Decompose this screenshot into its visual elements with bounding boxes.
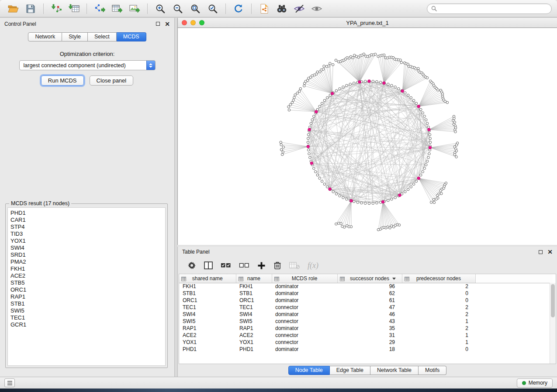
mcds-result-item[interactable]: ORC1 bbox=[10, 286, 163, 293]
eye-slash-icon bbox=[294, 4, 305, 14]
mcds-result-list[interactable]: PHD1CAR1STP4TID3YOX1SWI4SRD1PMA2FKH1ACE2… bbox=[7, 207, 166, 366]
mcds-result-item[interactable]: FKH1 bbox=[10, 265, 163, 272]
table-row[interactable]: YOX1YOX1connector291 bbox=[179, 339, 553, 346]
column-header-predecessor-nodes[interactable]: predecessor nodes bbox=[402, 274, 475, 283]
hide-graphics-details-button[interactable] bbox=[291, 2, 307, 15]
gear-icon bbox=[187, 261, 196, 270]
column-type-icon bbox=[239, 277, 243, 281]
show-graphics-details-button[interactable] bbox=[309, 2, 325, 15]
toolbar-separator bbox=[86, 3, 87, 14]
network-window-title: YPA_prune.txt_1 bbox=[178, 20, 557, 26]
mcds-result-item[interactable]: ACE2 bbox=[10, 272, 163, 279]
toolbar-separator bbox=[43, 3, 44, 14]
task-history-button[interactable] bbox=[4, 378, 15, 387]
show-columns-button[interactable] bbox=[204, 261, 213, 269]
criterion-dropdown[interactable]: largest connected component (undirected) bbox=[19, 60, 156, 70]
table-settings-button[interactable] bbox=[187, 261, 196, 270]
export-table-button[interactable] bbox=[109, 2, 125, 15]
table-scrollbar[interactable] bbox=[550, 283, 556, 364]
search-input[interactable] bbox=[439, 6, 547, 12]
table-row[interactable]: FKH1FKH1dominator962 bbox=[179, 283, 553, 290]
deselect-all-button[interactable] bbox=[239, 261, 249, 269]
network-view-window: YPA_prune.txt_1 bbox=[177, 18, 557, 245]
mcds-result-item[interactable]: TID3 bbox=[10, 230, 163, 237]
save-session-button[interactable] bbox=[23, 2, 38, 15]
column-header-filler bbox=[475, 274, 553, 283]
mcds-result-item[interactable]: PHD1 bbox=[10, 210, 163, 217]
table-row[interactable]: SWI4SWI4dominator462 bbox=[179, 311, 553, 318]
zoom-in-button[interactable] bbox=[152, 2, 168, 15]
close-table-panel-icon[interactable]: ✕ bbox=[547, 250, 553, 254]
tab-network[interactable]: Network bbox=[28, 32, 62, 41]
search-network-button[interactable] bbox=[274, 2, 290, 15]
status-bar: Memory bbox=[0, 377, 557, 389]
mcds-result-item[interactable]: TEC1 bbox=[10, 314, 163, 321]
table-row[interactable]: TEC1TEC1connector472 bbox=[179, 304, 553, 311]
zoom-fit-button[interactable] bbox=[187, 2, 203, 15]
open-folder-icon bbox=[8, 4, 19, 14]
sort-descending-icon[interactable] bbox=[392, 278, 396, 280]
main-toolbar bbox=[0, 0, 557, 17]
minimize-window-icon[interactable] bbox=[190, 20, 196, 25]
eye-icon bbox=[311, 4, 322, 14]
table-scrollbar-thumb[interactable] bbox=[551, 284, 555, 317]
trash-icon bbox=[273, 261, 281, 270]
import-network-icon bbox=[51, 3, 62, 14]
network-window-titlebar[interactable]: YPA_prune.txt_1 bbox=[178, 18, 557, 28]
column-header-shared-name[interactable]: shared name bbox=[179, 274, 236, 283]
delete-column-button[interactable] bbox=[273, 261, 281, 270]
mcds-result-item[interactable]: CAR1 bbox=[10, 217, 163, 224]
zoom-selected-button[interactable] bbox=[205, 2, 221, 15]
maximize-window-icon[interactable] bbox=[199, 20, 204, 25]
mcds-result-item[interactable]: STP4 bbox=[10, 224, 163, 230]
mcds-result-item[interactable]: RAP1 bbox=[10, 293, 163, 300]
tab-style[interactable]: Style bbox=[62, 32, 88, 41]
tab-edge-table[interactable]: Edge Table bbox=[330, 366, 370, 375]
tab-node-table[interactable]: Node Table bbox=[288, 366, 330, 375]
tab-select[interactable]: Select bbox=[88, 32, 117, 41]
mcds-result-item[interactable]: YOX1 bbox=[10, 237, 163, 244]
open-session-button[interactable] bbox=[5, 2, 21, 15]
mcds-result-item[interactable]: GCR1 bbox=[10, 321, 163, 328]
mcds-result-item[interactable]: SWI5 bbox=[10, 307, 163, 314]
import-table-button[interactable] bbox=[66, 2, 82, 15]
import-network-button[interactable] bbox=[48, 2, 64, 15]
float-panel-icon[interactable] bbox=[156, 22, 160, 26]
zoom-out-button[interactable] bbox=[170, 2, 186, 15]
table-row[interactable]: ACE2ACE2connector311 bbox=[179, 332, 553, 339]
refresh-button[interactable] bbox=[231, 2, 246, 15]
export-network-button[interactable] bbox=[92, 2, 107, 15]
float-table-panel-icon[interactable] bbox=[539, 250, 543, 254]
binoculars-icon bbox=[276, 4, 287, 14]
mcds-result-item[interactable]: STB1 bbox=[10, 300, 163, 307]
run-mcds-button[interactable]: Run MCDS bbox=[41, 76, 84, 86]
tab-network-table[interactable]: Network Table bbox=[370, 366, 419, 375]
network-graph[interactable] bbox=[178, 28, 557, 244]
toolbar-separator bbox=[251, 3, 252, 14]
table-row[interactable]: SWI5SWI5connector431 bbox=[179, 318, 553, 325]
mcds-result-item[interactable]: SWI4 bbox=[10, 244, 163, 251]
close-panel-button[interactable]: Close panel bbox=[90, 76, 134, 86]
global-search-field[interactable] bbox=[427, 3, 552, 14]
column-header-name[interactable]: name bbox=[236, 274, 272, 283]
table-panel-title: Table Panel bbox=[182, 249, 210, 255]
column-header-successor-nodes[interactable]: successor nodes bbox=[337, 274, 402, 283]
mcds-result-item[interactable]: STB5 bbox=[10, 279, 163, 286]
close-window-icon[interactable] bbox=[182, 20, 187, 25]
table-row[interactable]: PHD1PHD1dominator180 bbox=[179, 346, 553, 353]
close-panel-icon[interactable]: ✕ bbox=[165, 22, 170, 26]
mcds-result-item[interactable]: SRD1 bbox=[10, 251, 163, 258]
tab-mcds[interactable]: MCDS bbox=[117, 32, 146, 41]
table-row[interactable]: ORC1ORC1dominator610 bbox=[179, 297, 553, 304]
select-all-button[interactable] bbox=[221, 261, 231, 269]
mcds-result-item[interactable]: PMA2 bbox=[10, 258, 163, 265]
column-header-mcds-role[interactable]: MCDS role bbox=[272, 274, 337, 283]
memory-button[interactable]: Memory bbox=[517, 378, 553, 388]
tab-motifs[interactable]: Motifs bbox=[419, 366, 446, 375]
table-row[interactable]: RAP1RAP1dominator352 bbox=[179, 325, 553, 332]
share-document-button[interactable] bbox=[256, 2, 272, 15]
table-row[interactable]: STB1STB1dominator620 bbox=[179, 290, 553, 297]
export-image-button[interactable] bbox=[127, 2, 142, 15]
add-column-button[interactable] bbox=[257, 261, 266, 270]
column-type-icon bbox=[340, 277, 345, 281]
